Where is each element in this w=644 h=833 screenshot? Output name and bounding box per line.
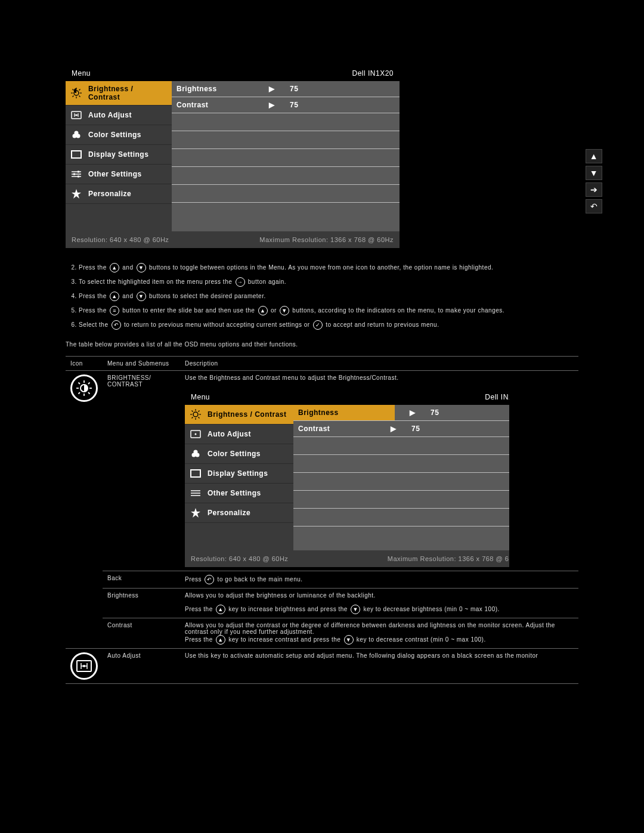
instruction-item: Press the ▲ and ▼ buttons to select the …: [79, 291, 578, 302]
display-icon: [70, 148, 82, 160]
sidebar-label: Brightness / Contrast: [88, 85, 167, 101]
svg-line-38: [199, 411, 200, 412]
color-icon: [70, 129, 82, 141]
svg-rect-19: [73, 174, 75, 175]
sidebar-item-autoadjust[interactable]: Auto Adjust: [185, 425, 293, 444]
arrow-right-icon: ▶: [382, 425, 405, 433]
menu-desc: Use this key to activate automatic setup…: [180, 649, 578, 684]
autoadjust-icon: [70, 109, 82, 121]
sidebar-item-brightness[interactable]: Brightness / Contrast: [66, 81, 172, 106]
svg-rect-20: [78, 176, 79, 178]
svg-line-8: [79, 89, 80, 91]
empty-row: [172, 167, 400, 185]
arrow-right-icon: ▶: [260, 101, 284, 109]
down-icon: ▼: [351, 605, 360, 614]
osd-functions-table: Icon Menu and Submenus Description BRIGH…: [66, 356, 578, 684]
sidebar-item-display[interactable]: Display Settings: [185, 464, 293, 484]
brightness-icon: [70, 374, 98, 402]
svg-line-27: [88, 392, 90, 394]
empty-row: [172, 185, 400, 203]
osd-model: Dell IN1X20: [352, 69, 394, 78]
sidebar-item-personalize[interactable]: Personalize: [185, 503, 293, 523]
sidebar-item-brightness[interactable]: Brightness / Contrast: [185, 405, 293, 425]
down-icon: ▼: [344, 635, 354, 645]
empty-row: [172, 131, 400, 149]
sidebar-label: Personalize: [88, 190, 131, 198]
svg-line-6: [79, 96, 80, 97]
svg-point-13: [75, 131, 79, 135]
svg-rect-18: [78, 171, 79, 173]
svg-point-43: [194, 450, 198, 454]
menu-name: Brightness: [103, 589, 180, 618]
svg-point-10: [76, 114, 78, 116]
sidebar-label: Color Settings: [88, 131, 141, 139]
brightness-icon: [190, 408, 202, 420]
svg-line-28: [79, 392, 80, 394]
up-icon: ▲: [216, 605, 225, 614]
table-intro: The table below provides a list of all t…: [66, 341, 578, 348]
svg-line-5: [72, 89, 73, 91]
nav-back-button[interactable]: ↶: [586, 199, 602, 213]
up-icon: ▲: [110, 292, 119, 301]
svg-rect-44: [191, 470, 200, 477]
menu-name: Contrast: [103, 618, 180, 649]
param-row-brightness[interactable]: Brightness ▶ 75: [172, 81, 400, 97]
back-icon: ↶: [205, 575, 214, 584]
menu-icon: ≡: [110, 306, 119, 315]
nav-down-button[interactable]: ▼: [586, 166, 602, 180]
sidebar-label: Other Settings: [88, 170, 142, 178]
sidebar-item-color[interactable]: Color Settings: [185, 444, 293, 464]
svg-line-35: [192, 411, 193, 412]
instruction-item: To select the highlighted item on the me…: [79, 277, 578, 287]
brightness-icon: [70, 87, 82, 99]
menu-name: BRIGHTNESS/ CONTRAST: [103, 371, 180, 571]
instruction-item: Select the ↶ to return to previous menu …: [79, 320, 578, 330]
sidebar-item-autoadjust[interactable]: Auto Adjust: [66, 106, 172, 125]
up-icon: ▲: [216, 635, 225, 645]
nav-up-button[interactable]: ▲: [586, 149, 602, 163]
sidebar-item-other[interactable]: Other Settings: [185, 484, 293, 503]
other-icon: [70, 168, 82, 180]
col-desc: Description: [180, 357, 578, 371]
other-icon: [190, 487, 202, 499]
param-row-brightness[interactable]: Brightness ▶ 75: [293, 405, 509, 421]
back-icon: ↶: [112, 320, 121, 330]
instruction-item: Press the ▲ and ▼ buttons to toggle betw…: [79, 262, 578, 273]
icon-cell-autoadjust: [66, 649, 103, 684]
svg-rect-14: [72, 151, 81, 158]
osd-nav-buttons: ▲ ▼ ➔ ↶: [586, 149, 602, 213]
star-icon: [190, 507, 202, 519]
autoadjust-icon: [190, 428, 202, 440]
resolution-text: Resolution: 640 x 480 @ 60Hz: [72, 236, 169, 243]
sidebar-label: Display Settings: [88, 150, 148, 159]
osd-footer: Resolution: 640 x 480 @ 60Hz Maximum Res…: [66, 231, 400, 248]
svg-point-40: [195, 433, 197, 435]
osd-header: Menu Dell IN1X20: [66, 66, 400, 81]
param-row-contrast[interactable]: Contrast ▶ 75: [293, 421, 509, 437]
empty-row: [172, 113, 400, 131]
col-menu: Menu and Submenus: [103, 357, 180, 371]
arrow-right-icon: ▶: [260, 85, 284, 93]
svg-line-7: [72, 96, 73, 97]
menu-desc: Press ↶ to go back to the main menu.: [180, 571, 578, 589]
star-icon: [70, 188, 82, 200]
autoadjust-icon: [70, 652, 98, 680]
param-row-contrast[interactable]: Contrast ▶ 75: [172, 97, 400, 113]
arrow-right-icon: ▶: [401, 408, 425, 417]
right-icon: →: [236, 277, 245, 287]
svg-point-30: [193, 412, 198, 417]
display-icon: [190, 467, 202, 479]
menu-desc: Use the Brightness and Contrast menu to …: [180, 371, 578, 571]
osd-menu-1: Menu Dell IN1X20 Brightness / Contrast A…: [66, 66, 578, 248]
nav-enter-button[interactable]: ➔: [586, 182, 602, 197]
osd-menu-2: Menu Dell IN1 Brightness / Contrast: [185, 389, 509, 567]
svg-line-29: [88, 383, 90, 385]
sidebar-item-display[interactable]: Display Settings: [66, 145, 172, 165]
up-icon: ▲: [110, 263, 119, 272]
empty-row: [172, 203, 400, 221]
sidebar-item-personalize[interactable]: Personalize: [66, 184, 172, 204]
sidebar-item-other[interactable]: Other Settings: [66, 165, 172, 184]
sidebar-item-color[interactable]: Color Settings: [66, 125, 172, 145]
color-icon: [190, 448, 202, 460]
down-icon: ▼: [280, 306, 289, 315]
